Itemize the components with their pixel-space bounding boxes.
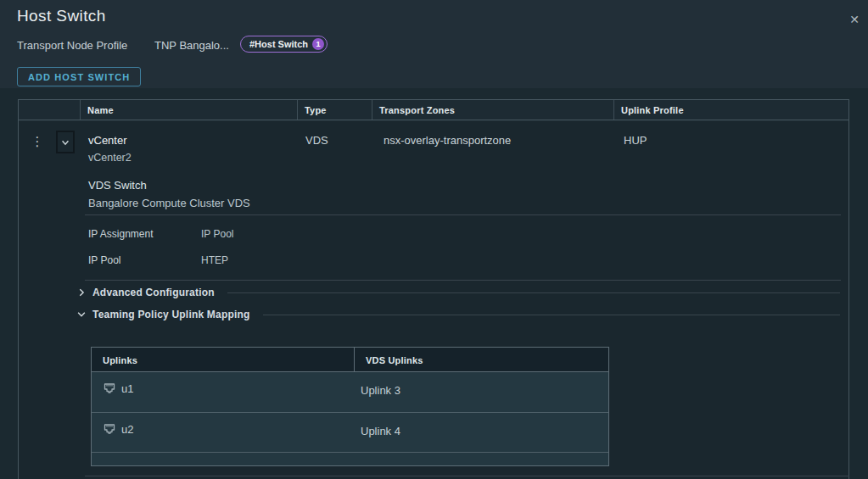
tag-label: #Host Switch — [249, 39, 308, 49]
column-header-uplink-profile: Uplink Profile — [613, 100, 848, 120]
chevron-right-icon — [76, 287, 87, 298]
row-expander-button[interactable] — [56, 131, 75, 153]
column-header-type: Type — [297, 100, 372, 120]
ip-pool-value: HTEP — [201, 254, 228, 266]
host-switch-tag[interactable]: #Host Switch 1 — [240, 36, 328, 53]
cell-transport-zones: nsx-overlay-transportzone — [384, 134, 511, 147]
ethernet-port-icon — [103, 422, 116, 436]
chevron-down-icon — [60, 137, 70, 148]
vds-switch-value: Bangalore Compute Cluster VDS — [88, 197, 250, 209]
uplink-table-header: Uplinks VDS Uplinks — [92, 348, 608, 372]
uplink-table-footer-row — [92, 452, 608, 465]
ip-assignment-label: IP Assignment — [88, 228, 154, 240]
column-header-transport-zones: Transport Zones — [372, 100, 613, 120]
close-button[interactable]: ✕ — [843, 8, 865, 31]
table-header-row: Name Type Transport Zones Uplink Profile — [19, 100, 848, 120]
cell-uplink-profile: HUP — [624, 134, 647, 147]
vds-uplink-value: Uplink 3 — [361, 384, 400, 397]
ethernet-port-icon — [103, 382, 116, 395]
section-label: Teaming Policy Uplink Mapping — [92, 309, 250, 320]
row-menu-button[interactable]: ⋮ — [27, 130, 48, 153]
column-header-uplinks: Uplinks — [92, 348, 354, 372]
cell-type: VDS — [305, 134, 328, 147]
host-switch-dialog: Host Switch ✕ Transport Node Profile TNP… — [0, 0, 868, 479]
uplink-name: u1 — [121, 382, 133, 395]
vertical-ellipsis-icon: ⋮ — [31, 134, 44, 148]
section-rule — [227, 292, 840, 293]
advanced-configuration-toggle[interactable]: Advanced Configuration — [76, 286, 840, 299]
uplink-row: u2 Uplink 4 — [92, 412, 608, 452]
section-rule — [263, 315, 840, 315]
uplink-row: u1 Uplink 3 — [92, 372, 608, 412]
add-host-switch-button[interactable]: ADD HOST SWITCH — [17, 67, 141, 86]
ip-pool-label: IP Pool — [88, 254, 120, 266]
chevron-down-icon — [76, 309, 87, 320]
cell-name: vCenter — [88, 134, 127, 147]
vds-switch-label: VDS Switch — [88, 179, 147, 192]
column-header-vds-uplinks: VDS Uplinks — [354, 348, 608, 372]
column-header-name: Name — [80, 100, 297, 120]
transport-node-profile-label: Transport Node Profile — [17, 39, 127, 52]
ip-assignment-value: IP Pool — [201, 228, 233, 240]
divider — [85, 476, 849, 476]
divider — [85, 280, 841, 281]
table-row: ⋮ vCenter vCenter2 VDS nsx-overlay-trans… — [19, 121, 848, 479]
section-label: Advanced Configuration — [92, 287, 215, 298]
transport-node-profile-value: TNP Bangalo... — [154, 39, 229, 52]
vds-uplink-value: Uplink 4 — [361, 425, 400, 437]
close-icon: ✕ — [849, 13, 860, 26]
uplink-mapping-table: Uplinks VDS Uplinks u1 Uplink 3 — [91, 347, 609, 466]
uplink-name: u2 — [121, 423, 133, 436]
teaming-policy-uplink-mapping-toggle[interactable]: Teaming Policy Uplink Mapping — [76, 308, 840, 321]
tag-count-badge: 1 — [312, 38, 324, 50]
host-switch-table: Name Type Transport Zones Uplink Profile… — [18, 99, 849, 479]
divider — [85, 214, 841, 215]
cell-computed-name: vCenter2 — [88, 152, 132, 164]
page-title: Host Switch — [17, 7, 106, 25]
